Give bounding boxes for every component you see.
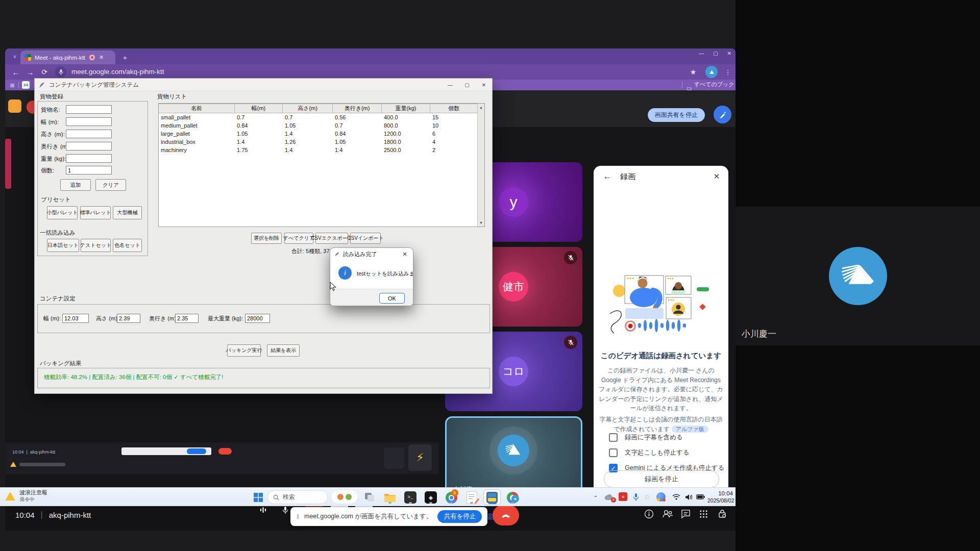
gemini-pen-button[interactable]	[714, 106, 731, 123]
bulk-japanese-set-button[interactable]: 日本語セット	[47, 239, 79, 252]
mic-button[interactable]	[282, 506, 289, 516]
tray-x-icon[interactable]: ✕	[643, 493, 651, 501]
tab-search-chevron[interactable]: ˅	[9, 51, 20, 62]
cargo-width-input[interactable]	[66, 117, 112, 126]
taskbar-weather-widget[interactable]: 波浪注意報 発令中	[5, 489, 47, 503]
container-height-input[interactable]	[117, 314, 140, 323]
container-width-input[interactable]	[62, 314, 89, 323]
column-header[interactable]: 高さ(m)	[283, 104, 333, 113]
preset-large-machine-button[interactable]: 大型機械	[113, 206, 142, 219]
tray-wifi-icon[interactable]	[672, 493, 681, 501]
checkbox-unchecked[interactable]	[609, 433, 618, 442]
kebab-menu-icon[interactable]: ⋮	[723, 66, 733, 78]
column-header[interactable]: 個数	[430, 104, 478, 113]
add-button[interactable]: 追加	[60, 179, 91, 191]
table-scrollbar[interactable]: ▲ ▼	[477, 104, 484, 227]
info-icon[interactable]	[643, 508, 655, 520]
dialog-close-icon[interactable]: ✕	[399, 249, 411, 259]
close-icon[interactable]: ✕	[710, 170, 723, 183]
clear-button[interactable]: クリア	[95, 179, 126, 191]
stop-sharing-button[interactable]: 共有を停止	[437, 510, 482, 523]
start-button[interactable]	[252, 491, 264, 504]
people-icon[interactable]	[661, 508, 674, 520]
cargo-height-input[interactable]	[66, 130, 112, 138]
table-row[interactable]: industrial_box 1.4 1.26 1.05 1800.0 4	[159, 138, 484, 146]
clear-all-button[interactable]: すべてクリア	[284, 233, 313, 244]
checkbox-row-captions[interactable]: 録画に字幕を含める	[609, 433, 683, 442]
profile-avatar[interactable]	[705, 66, 718, 78]
tray-red-app-icon[interactable]: ≡	[619, 492, 627, 501]
taskbar-clock[interactable]: 10:04 2025/08/02	[707, 490, 733, 505]
app-minimize-button[interactable]: —	[442, 79, 458, 90]
audio-levels-button[interactable]	[259, 506, 267, 516]
table-row[interactable]: medium_pallet 0.84 1.05 0.7 800.0 10	[159, 121, 484, 130]
scroll-down-icon[interactable]: ▼	[478, 219, 484, 227]
hangup-button[interactable]	[493, 505, 519, 525]
csv-export-button[interactable]: CSVエクスポート	[315, 233, 348, 244]
task-view-button[interactable]	[363, 491, 377, 504]
run-packing-button[interactable]: パッキング実行	[227, 344, 261, 357]
back-arrow-icon[interactable]: ←	[601, 170, 614, 183]
bookmark-star-icon[interactable]: ★	[688, 67, 698, 77]
scroll-up-icon[interactable]: ▲	[478, 104, 484, 111]
table-row[interactable]: large_pallet 1.05 1.4 0.84 1200.0 6	[159, 130, 484, 138]
tray-chevron-icon[interactable]: ⌃	[591, 493, 600, 502]
column-header[interactable]: 奥行き(m)	[333, 104, 382, 113]
taskbar-search-box[interactable]: 検索	[267, 490, 328, 504]
black-app-button[interactable]: ◈	[424, 491, 438, 504]
stop-recording-button[interactable]: 録画を停止	[604, 470, 719, 488]
chrome-minimize-button[interactable]: —	[699, 51, 704, 56]
cargo-weight-input[interactable]	[66, 154, 112, 163]
column-header[interactable]: 重量(kg)	[382, 104, 430, 113]
mic-permission-icon[interactable]	[55, 66, 66, 78]
delete-selected-button[interactable]: 選択を削除	[251, 233, 282, 244]
preset-standard-pallet-button[interactable]: 標準パレット	[80, 206, 111, 219]
tray-mic-icon[interactable]	[632, 492, 640, 502]
column-header[interactable]: 名前	[159, 104, 235, 113]
tab-meet[interactable]: Meet - akq-pihm-ktt ✕	[20, 51, 115, 64]
chrome-close-button[interactable]: ✕	[727, 51, 731, 56]
app-maximize-button[interactable]: ▢	[459, 79, 475, 90]
python-app-button-active[interactable]	[483, 489, 501, 505]
preset-small-pallet-button[interactable]: 小型パレット	[47, 206, 78, 219]
forward-icon[interactable]: →	[24, 66, 36, 78]
tray-speaker-icon[interactable]	[684, 493, 693, 501]
csv-import-button[interactable]: CSVインポート	[350, 233, 381, 244]
tile-participant-ogawa[interactable]: 小川慶一	[445, 416, 582, 498]
new-tab-button[interactable]: +	[119, 52, 131, 63]
taskbar-widgets-pill[interactable]	[332, 490, 357, 504]
checkbox-unchecked[interactable]	[609, 448, 618, 457]
chat-icon[interactable]	[679, 508, 692, 520]
calendar-bookmark-icon[interactable]: 24	[22, 81, 30, 89]
container-maxweight-input[interactable]	[245, 314, 270, 323]
show-results-button[interactable]: 結果を表示	[267, 344, 300, 357]
host-controls-lock-icon[interactable]	[716, 507, 729, 520]
tray-onedrive-icon[interactable]: ✕	[603, 492, 615, 502]
ok-button[interactable]: OK	[379, 293, 405, 304]
tray-blue-sphere-icon[interactable]	[656, 492, 666, 502]
activities-grid-icon[interactable]	[697, 508, 709, 520]
file-explorer-button[interactable]	[383, 491, 397, 504]
chrome-button[interactable]: k	[444, 491, 458, 504]
chrome-maximize-button[interactable]: ▢	[713, 51, 718, 56]
cargo-count-input[interactable]	[66, 166, 112, 174]
back-icon[interactable]: ←	[10, 66, 21, 78]
bulk-test-set-button[interactable]: テストセット	[81, 239, 111, 252]
tray-battery-icon[interactable]	[695, 493, 705, 501]
app-titlebar[interactable]: コンテナパッキング管理システム — ▢ ✕	[35, 79, 492, 91]
table-row[interactable]: machinery 1.75 1.4 1.4 2500.0 2	[159, 146, 484, 154]
url-text[interactable]: meet.google.com/akq-pihm-ktt	[71, 68, 164, 76]
app-close-button[interactable]: ✕	[476, 79, 492, 90]
column-header[interactable]: 幅(m)	[235, 104, 283, 113]
drag-handle-icon[interactable]: ‖	[297, 513, 299, 520]
stop-screenshare-button[interactable]: 画面共有を停止	[648, 108, 705, 122]
notepad-button[interactable]	[464, 491, 479, 504]
checkbox-row-transcript[interactable]: 文字起こしも停止する	[609, 448, 689, 457]
tab-close-icon[interactable]: ✕	[99, 54, 104, 61]
cargo-name-input[interactable]	[66, 105, 112, 114]
apps-grid-icon[interactable]: ⊞	[8, 81, 16, 89]
chrome-meet-button[interactable]	[505, 491, 520, 504]
table-row[interactable]: small_pallet 0.7 0.7 0.56 400.0 15	[159, 113, 484, 121]
dialog-titlebar[interactable]: 読み込み完了 ✕	[330, 248, 413, 260]
reload-icon[interactable]: ⟳	[39, 66, 50, 78]
